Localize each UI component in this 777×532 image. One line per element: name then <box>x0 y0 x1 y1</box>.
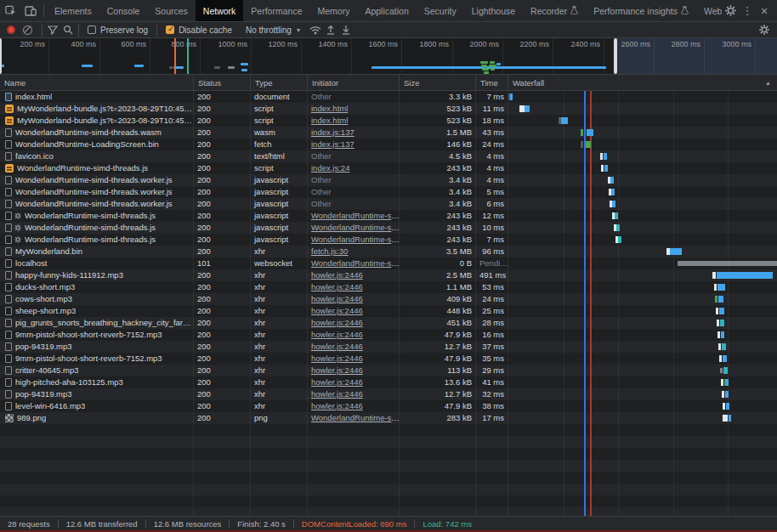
cell-name[interactable]: localhost <box>0 258 194 269</box>
record-network-log-button[interactable] <box>7 25 15 34</box>
cell-name[interactable]: ducks-short.mp3 <box>0 281 194 293</box>
request-row[interactable]: WonderlandRuntime-simd-threads.worker.js… <box>0 198 777 210</box>
request-row[interactable]: critter-40645.mp3200xhrhowler.js:2446113… <box>0 365 777 376</box>
initiator-link[interactable]: howler.js:2446 <box>311 318 363 327</box>
checkbox-icon[interactable] <box>166 25 174 34</box>
throttling-select[interactable]: No throttling ▾ <box>246 25 300 35</box>
request-row[interactable]: favicon.ico200text/htmlOther4.5 kB4 ms <box>0 150 777 162</box>
cell-name[interactable]: MyWonderland.bin <box>0 246 194 258</box>
tab-network[interactable]: Network <box>196 0 244 21</box>
cell-name[interactable]: critter-40645.mp3 <box>0 365 194 376</box>
tab-webxr[interactable]: WebXR <box>696 0 722 21</box>
request-row[interactable]: index.html200documentOther3.3 kB7 ms <box>0 91 777 103</box>
cell-name[interactable]: index.html <box>0 91 194 103</box>
request-row[interactable]: cows-short.mp3200xhrhowler.js:2446409 kB… <box>0 293 777 305</box>
checkbox-icon[interactable] <box>88 25 96 34</box>
column-header-time[interactable]: Time <box>476 75 508 90</box>
request-row[interactable]: MyWonderland-bundle.js?t=2023-08-29T10:4… <box>0 103 777 115</box>
tab-lighthouse[interactable]: Lighthouse <box>464 0 523 21</box>
settings-gear-icon[interactable] <box>722 3 739 20</box>
column-header-status[interactable]: Status <box>194 75 251 90</box>
tab-console[interactable]: Console <box>99 0 148 21</box>
initiator-link[interactable]: howler.js:2446 <box>311 282 363 291</box>
cell-name[interactable]: MyWonderland-bundle.js?t=2023-08-29T10:4… <box>0 115 194 127</box>
cell-name[interactable]: sheep-short.mp3 <box>0 305 194 317</box>
tab-performance-insights[interactable]: Performance insights <box>586 0 696 21</box>
cell-name[interactable]: WonderlandRuntime-simd-threads.worker.js <box>0 174 194 186</box>
network-overview-timeline[interactable]: 200 ms400 ms600 ms800 ms1000 ms1200 ms14… <box>0 38 777 75</box>
search-icon[interactable] <box>60 23 76 37</box>
tab-performance[interactable]: Performance <box>243 0 309 21</box>
cell-name[interactable]: high-pitched-aha-103125.mp3 <box>0 376 194 388</box>
initiator-link[interactable]: howler.js:2446 <box>311 401 363 410</box>
request-row[interactable]: MyWonderland.bin200xhrfetch.js:303.5 MB9… <box>0 246 777 258</box>
initiator-link[interactable]: WonderlandRuntime-simd-t… <box>311 413 400 422</box>
initiator-link[interactable]: index.html <box>311 104 348 113</box>
initiator-link[interactable]: WonderlandRuntime-simd-t… <box>311 223 400 232</box>
initiator-link[interactable]: howler.js:2446 <box>311 306 363 315</box>
cell-name[interactable]: 989.png <box>0 412 194 424</box>
cell-name[interactable]: cows-short.mp3 <box>0 293 194 305</box>
cell-name[interactable]: WonderlandRuntime-LoadingScreen.bin <box>0 139 194 150</box>
request-row[interactable]: high-pitched-aha-103125.mp3200xhrhowler.… <box>0 376 777 388</box>
filter-icon[interactable] <box>45 23 60 37</box>
overview-right-selection-handle[interactable] <box>614 38 617 74</box>
initiator-link[interactable]: howler.js:2446 <box>311 354 363 363</box>
cell-name[interactable]: WonderlandRuntime-simd-threads.js <box>0 222 194 234</box>
request-row[interactable]: WonderlandRuntime-simd-threads.js200java… <box>0 234 777 246</box>
inspect-element-icon[interactable] <box>0 2 20 20</box>
request-row[interactable]: sheep-short.mp3200xhrhowler.js:2446448 k… <box>0 305 777 317</box>
network-settings-gear-icon[interactable] <box>757 23 772 37</box>
device-toolbar-icon[interactable] <box>20 2 41 20</box>
tab-sources[interactable]: Sources <box>147 0 196 21</box>
initiator-link[interactable]: WonderlandRuntime-simd-t… <box>311 258 400 268</box>
cell-name[interactable]: pop-94319.mp3 <box>0 388 194 400</box>
cell-name[interactable]: level-win-6416.mp3 <box>0 400 194 412</box>
request-row[interactable]: WonderlandRuntime-simd-threads.js200scri… <box>0 162 777 174</box>
cell-name[interactable]: pig_grunts_snorts_breathing_hackney_city… <box>0 317 194 329</box>
sort-ascending-icon[interactable]: ▲ <box>765 80 771 86</box>
cell-name[interactable]: WonderlandRuntime-simd-threads.js <box>0 234 194 246</box>
tab-recorder[interactable]: Recorder <box>523 0 586 21</box>
request-row[interactable]: pop-94319.mp3200xhrhowler.js:244612.7 kB… <box>0 388 777 400</box>
initiator-link[interactable]: WonderlandRuntime-simd-t… <box>311 235 400 244</box>
cell-name[interactable]: MyWonderland-bundle.js?t=2023-08-29T10:4… <box>0 103 194 115</box>
cell-name[interactable]: WonderlandRuntime-simd-threads.wasm <box>0 127 194 139</box>
export-har-icon[interactable] <box>338 23 354 37</box>
request-row[interactable]: ducks-short.mp3200xhrhowler.js:24461.1 M… <box>0 281 777 293</box>
cell-name[interactable]: WonderlandRuntime-simd-threads.js <box>0 210 194 222</box>
initiator-link[interactable]: WonderlandRuntime-simd-t… <box>311 211 400 220</box>
request-row[interactable]: 9mm-pistol-shoot-short-reverb-7152.mp320… <box>0 353 777 365</box>
request-row[interactable]: WonderlandRuntime-simd-threads.js200java… <box>0 222 777 234</box>
network-conditions-icon[interactable] <box>308 23 323 37</box>
initiator-link[interactable]: index.js:137 <box>311 127 354 137</box>
cell-name[interactable]: favicon.ico <box>0 150 194 162</box>
initiator-link[interactable]: index.js:137 <box>311 139 354 149</box>
cell-name[interactable]: WonderlandRuntime-simd-threads.worker.js <box>0 186 194 198</box>
initiator-link[interactable]: howler.js:2446 <box>311 270 363 280</box>
initiator-link[interactable]: howler.js:2446 <box>311 377 363 387</box>
preserve-log-checkbox[interactable]: Preserve log <box>88 25 148 35</box>
close-devtools-icon[interactable]: × <box>756 3 773 20</box>
initiator-link[interactable]: howler.js:2446 <box>311 389 363 399</box>
request-row[interactable]: WonderlandRuntime-simd-threads.wasm200wa… <box>0 127 777 139</box>
import-har-icon[interactable] <box>323 23 338 37</box>
request-row[interactable]: level-win-6416.mp3200xhrhowler.js:244647… <box>0 400 777 412</box>
initiator-link[interactable]: fetch.js:30 <box>311 246 348 256</box>
clear-network-log-icon[interactable] <box>23 25 32 35</box>
column-header-type[interactable]: Type <box>251 75 308 90</box>
request-row[interactable]: WonderlandRuntime-simd-threads.worker.js… <box>0 174 777 186</box>
tab-application[interactable]: Application <box>357 0 416 21</box>
column-header-initiator[interactable]: Initiator <box>308 75 400 90</box>
cell-name[interactable]: pop-94319.mp3 <box>0 341 194 353</box>
cell-name[interactable]: WonderlandRuntime-simd-threads.js <box>0 162 194 174</box>
overview-left-selection-handle[interactable] <box>0 38 2 74</box>
request-row[interactable]: 9mm-pistol-shoot-short-reverb-7152.mp320… <box>0 329 777 341</box>
request-row[interactable]: WonderlandRuntime-simd-threads.worker.js… <box>0 186 777 198</box>
column-header-name[interactable]: Name <box>0 75 194 90</box>
tab-elements[interactable]: Elements <box>47 0 99 21</box>
request-row[interactable]: localhost101websocketWonderlandRuntime-s… <box>0 258 777 269</box>
request-row[interactable]: pig_grunts_snorts_breathing_hackney_city… <box>0 317 777 329</box>
initiator-link[interactable]: howler.js:2446 <box>311 330 363 339</box>
request-row[interactable]: WonderlandRuntime-LoadingScreen.bin200fe… <box>0 139 777 150</box>
